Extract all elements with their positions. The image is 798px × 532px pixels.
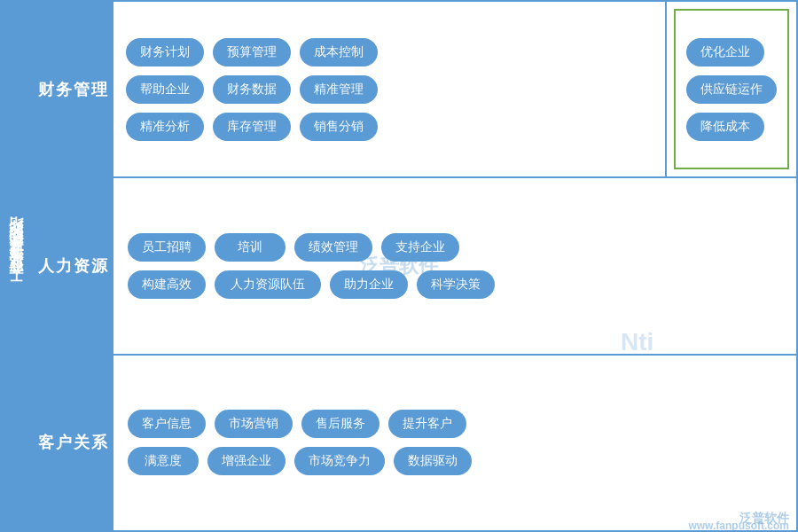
chip-crm-2-4: 数据驱动: [394, 447, 472, 475]
chip-finance-2-2: 财务数据: [213, 75, 291, 104]
finance-side-row-2: 供应链运作: [686, 75, 777, 104]
main-container: 工商行业企业管理系统的功能介绍 财务管理 财务计划 预算管理 成本控制 帮助企业…: [0, 0, 798, 532]
chip-finance-3-1: 精准分析: [126, 113, 204, 141]
section-row-hr: 人力资源 员工招聘 培训 绩效管理 支持企业 构建高效 人力资源队伍 助力企业 …: [34, 178, 796, 355]
crm-content: 客户信息 市场营销 售后服务 提升客户 满意度 增强企业 市场竞争力 数据驱动: [113, 356, 796, 530]
finance-row-1: 财务计划 预算管理 成本控制: [126, 38, 653, 66]
chip-hr-1-1: 员工招聘: [128, 233, 206, 262]
chip-finance-2-1: 帮助企业: [126, 75, 204, 104]
chip-hr-1-4: 支持企业: [381, 233, 459, 262]
finance-side-box: 优化企业 供应链运作 降低成本: [674, 9, 789, 169]
chip-finance-1-3: 成本控制: [300, 38, 378, 66]
finance-row-2: 帮助企业 财务数据 精准管理: [126, 75, 653, 104]
hr-content: 员工招聘 培训 绩效管理 支持企业 构建高效 人力资源队伍 助力企业 科学决策: [113, 178, 796, 353]
crm-row-2: 满意度 增强企业 市场竞争力 数据驱动: [128, 447, 782, 475]
vertical-title: 工商行业企业管理系统的功能介绍: [0, 0, 32, 532]
section-row-finance: 财务管理 财务计划 预算管理 成本控制 帮助企业 财务数据 精准管理 精准分析 …: [34, 2, 796, 178]
chip-crm-2-2: 增强企业: [207, 447, 286, 475]
chip-finance-1-1: 财务计划: [126, 38, 204, 66]
section-label-crm: 客户关系: [34, 356, 113, 530]
chip-finance-s3: 降低成本: [686, 113, 764, 141]
hr-row-1: 员工招聘 培训 绩效管理 支持企业: [128, 233, 782, 262]
chip-finance-1-2: 预算管理: [213, 38, 291, 66]
chip-hr-2-1: 构建高效: [128, 270, 206, 299]
finance-content: 财务计划 预算管理 成本控制 帮助企业 财务数据 精准管理 精准分析 库存管理 …: [113, 2, 667, 176]
chip-hr-1-2: 培训: [215, 233, 286, 262]
chip-crm-2-1: 满意度: [128, 447, 199, 475]
finance-side-row-1: 优化企业: [686, 38, 777, 66]
chip-finance-2-3: 精准管理: [300, 75, 378, 104]
chip-finance-3-2: 库存管理: [213, 113, 291, 141]
chip-finance-s1: 优化企业: [686, 38, 764, 66]
hr-row-2: 构建高效 人力资源队伍 助力企业 科学决策: [128, 270, 782, 299]
chip-finance-s2: 供应链运作: [686, 75, 777, 104]
section-label-hr: 人力资源: [34, 178, 113, 353]
finance-side-row-3: 降低成本: [686, 113, 777, 141]
section-row-crm: 客户关系 客户信息 市场营销 售后服务 提升客户 满意度 增强企业 市场竞争力 …: [34, 356, 796, 530]
content-area: 财务管理 财务计划 预算管理 成本控制 帮助企业 财务数据 精准管理 精准分析 …: [32, 0, 798, 532]
chip-hr-2-2: 人力资源队伍: [215, 270, 321, 299]
chip-crm-1-3: 售后服务: [301, 410, 379, 438]
crm-row-1: 客户信息 市场营销 售后服务 提升客户: [128, 410, 782, 438]
chip-crm-2-3: 市场竞争力: [294, 447, 385, 475]
chip-crm-1-4: 提升客户: [388, 410, 466, 438]
chip-crm-1-1: 客户信息: [128, 410, 206, 438]
chip-hr-1-3: 绩效管理: [294, 233, 372, 262]
section-label-finance: 财务管理: [34, 2, 113, 176]
chip-crm-1-2: 市场营销: [215, 410, 293, 438]
chip-hr-2-4: 科学决策: [417, 270, 495, 299]
chip-hr-2-3: 助力企业: [330, 270, 408, 299]
chip-finance-3-3: 销售分销: [300, 113, 378, 141]
finance-row-3: 精准分析 库存管理 销售分销: [126, 113, 653, 141]
